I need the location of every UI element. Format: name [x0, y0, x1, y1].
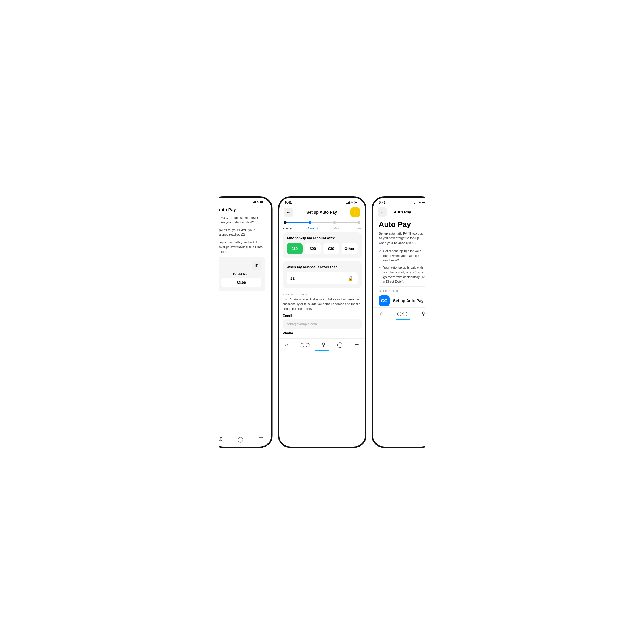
back-arrow-icon: ←	[286, 210, 290, 215]
step-dot-energy	[284, 221, 287, 224]
nav-icon-help[interactable]: ◯	[237, 436, 243, 443]
check-mark-1: ✓	[379, 249, 382, 253]
left-body-text-2: op-ups for your PAYG your balance reache…	[217, 228, 265, 237]
right-wifi-icon: ∿	[418, 201, 421, 204]
bolt-button[interactable]: ⚡	[350, 207, 360, 217]
right-page-title: Auto Pay	[394, 210, 411, 214]
step-labels: Energy Amount Pay Done	[279, 227, 365, 232]
check-item-1: ✓ Set repeat top-ups for your meter when…	[379, 249, 427, 263]
email-label: Email	[283, 314, 362, 318]
right-nav-account-icon[interactable]: ⚲	[422, 310, 425, 317]
credit-limit-label: Credit limit	[221, 272, 261, 276]
phone-right: 9:41 ∿ ← Auto Pay	[372, 196, 434, 448]
balance-label: When my balance is lower than:	[287, 265, 358, 269]
setup-btn-label: Set up Auto Pay	[393, 298, 424, 303]
nav-icon-menu[interactable]: ☰	[259, 436, 263, 443]
step-line-1	[287, 222, 308, 223]
nav-home-icon[interactable]: ⌂	[285, 342, 288, 348]
wifi-icon: ∿	[257, 201, 259, 204]
center-signal-icon	[346, 201, 350, 204]
nav-menu-icon[interactable]: ☰	[354, 342, 359, 348]
step-label-amount: Amount	[307, 227, 318, 230]
step-line-3	[336, 222, 358, 223]
step-label-done: Done	[355, 227, 362, 230]
status-bar-center: 9:41 ∿	[279, 198, 365, 206]
receipt-section: NEED A RECEIPT? If you'd like a receipt …	[279, 291, 365, 339]
right-battery-icon	[422, 201, 427, 204]
step-dot-amount	[308, 221, 311, 224]
delete-icon[interactable]: 🗑	[252, 261, 261, 270]
center-header-row: ← Set up Auto Pay ⚡	[279, 206, 365, 219]
balance-trigger: £2 🔒	[287, 272, 358, 284]
status-bar-right: 9:41 ∿	[373, 198, 433, 206]
center-battery-icon	[354, 201, 359, 204]
auto-topup-label: Auto top-up my account with:	[287, 236, 358, 240]
amount-btn-30[interactable]: £30	[323, 243, 339, 254]
phone-left: ∿ Auto Pay c PAYG top-ups so you never w…	[210, 196, 273, 448]
right-nav-usage-icon[interactable]: ◯⋅◯	[397, 311, 407, 316]
right-back-arrow-icon: ←	[380, 210, 384, 214]
check-mark-2: ✓	[379, 265, 382, 270]
signal-icon	[253, 201, 256, 203]
balance-card: When my balance is lower than: £2 🔒	[283, 261, 362, 288]
step-label-energy: Energy	[283, 227, 292, 230]
bottom-nav-right: ⌂ ◯⋅◯ ⚲	[373, 307, 433, 321]
amount-card: Auto top-up my account with: £10 £20 £30…	[283, 232, 362, 258]
get-started-label: GET STARTED	[379, 286, 427, 294]
right-nav-home-icon[interactable]: ⌂	[380, 310, 383, 316]
check-text-1: Set repeat top-ups for your meter when y…	[383, 249, 427, 263]
battery-icon	[260, 201, 265, 203]
check-text-2: Your auto top-up is paid with your bank …	[383, 265, 427, 284]
lock-icon: 🔒	[348, 276, 354, 281]
email-input[interactable]: sam@example.com	[283, 319, 362, 329]
credit-limit-section: 🗑 Credit limit £2.00	[217, 257, 265, 291]
check-item-2: ✓ Your auto top-up is paid with your ban…	[379, 265, 427, 284]
right-signal-icon	[414, 201, 417, 204]
amount-options: £10 £20 £30 Other	[287, 243, 358, 254]
autopay-main-title: Auto Pay	[379, 220, 427, 229]
back-button-center[interactable]: ←	[284, 208, 293, 217]
setup-autopay-button[interactable]: Set up Auto Pay	[379, 294, 427, 307]
balance-value: £2	[291, 276, 295, 280]
left-header: Auto Pay	[217, 205, 265, 215]
phone-label: Phone	[283, 331, 362, 335]
amount-btn-10[interactable]: £10	[287, 243, 303, 254]
center-time: 9:41	[285, 201, 292, 205]
left-phone-content: Auto Pay c PAYG top-ups so you never whe…	[212, 205, 271, 433]
right-time: 9:41	[379, 201, 386, 205]
step-line-2	[311, 222, 333, 223]
nav-icon-pound[interactable]: £	[219, 436, 222, 442]
center-status-icons: ∿	[346, 201, 359, 204]
right-header-row: ← Auto Pay	[373, 206, 433, 219]
left-body-text-3: o-up is paid with your bank ll never go …	[217, 240, 265, 254]
step-label-pay: Pay	[334, 227, 339, 230]
amount-btn-other[interactable]: Other	[342, 243, 358, 254]
canvas: ∿ Auto Pay c PAYG top-ups so you never w…	[179, 179, 465, 465]
progress-bar	[279, 219, 365, 227]
step-dot-done	[358, 221, 360, 224]
back-button-right[interactable]: ←	[378, 207, 387, 217]
right-status-icons: ∿	[414, 201, 427, 204]
receipt-section-label: NEED A RECEIPT?	[283, 293, 362, 296]
status-icons-left: ∿	[253, 201, 265, 204]
autopay-desc: Set up automatic PAYG top-ups so you nev…	[379, 231, 427, 245]
center-wifi-icon: ∿	[351, 201, 353, 204]
bottom-nav-center: ⌂ ◯⋅◯ ⚲ ◯ ☰	[279, 338, 365, 352]
credit-limit-value: £2.00	[221, 278, 261, 287]
phone-center: 9:41 ∿ ← Set up Auto Pay ⚡	[278, 196, 366, 448]
left-body-text-1: c PAYG top-ups so you never when your ba…	[217, 215, 265, 225]
bottom-nav-left: £ ◯ ☰	[212, 433, 271, 447]
status-bar-left: ∿	[212, 198, 271, 205]
receipt-text: If you'd like a receipt when your Auto P…	[283, 297, 362, 311]
infinity-icon	[379, 295, 390, 306]
bolt-icon: ⚡	[352, 209, 358, 215]
amount-btn-20[interactable]: £20	[305, 243, 321, 254]
right-phone-content: Auto Pay Set up automatic PAYG top-ups s…	[373, 219, 433, 307]
center-page-title: Set up Auto Pay	[306, 210, 337, 215]
step-dot-pay	[333, 221, 336, 224]
email-placeholder: sam@example.com	[287, 322, 317, 326]
nav-usage-icon[interactable]: ◯⋅◯	[300, 342, 310, 347]
nav-help-icon[interactable]: ◯	[337, 342, 343, 348]
nav-account-icon[interactable]: ⚲	[322, 342, 325, 348]
